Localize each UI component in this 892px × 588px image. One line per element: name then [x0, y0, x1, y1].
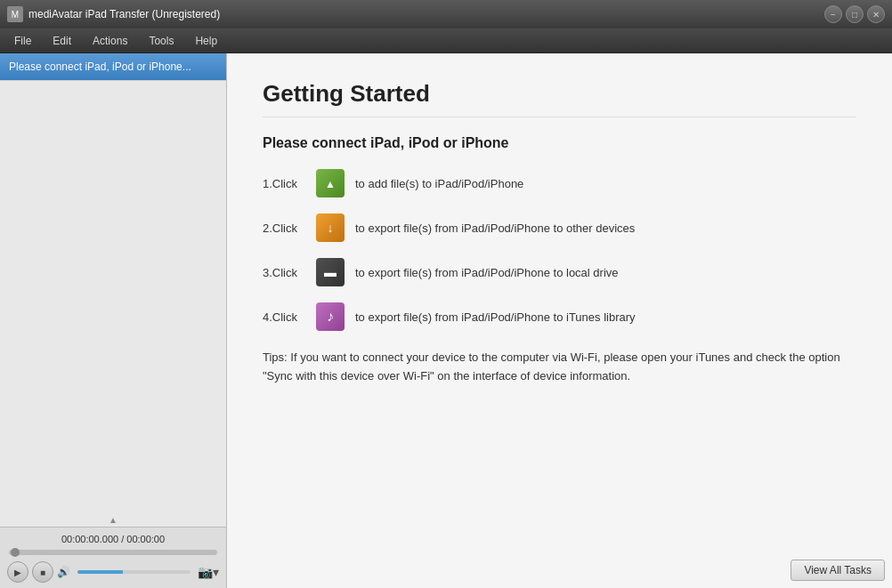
export-drive-icon — [316, 258, 345, 286]
volume-icon: 🔊 — [57, 566, 70, 578]
titlebar: M mediAvatar iPad Transfer (Unregistered… — [0, 0, 892, 28]
sidebar: Please connect iPad, iPod or iPhone... ▲… — [0, 53, 227, 588]
view-all-tasks-button[interactable]: View All Tasks — [791, 560, 885, 581]
volume-slider[interactable] — [77, 570, 191, 574]
step-2-desc: to export file(s) from iPad/iPod/iPhone … — [355, 222, 635, 235]
camera-icon[interactable]: 📷▾ — [198, 565, 219, 579]
menu-tools[interactable]: Tools — [138, 31, 184, 51]
step-4-label: 4.Click — [263, 310, 316, 324]
menu-help[interactable]: Help — [184, 31, 228, 51]
step-4-desc: to export file(s) from iPad/iPod/iPhone … — [355, 310, 636, 324]
content-subtitle: Please connect iPad, iPod or iPhone — [263, 135, 856, 151]
tips-text: Tips: If you want to connect your device… — [263, 349, 856, 386]
menu-edit[interactable]: Edit — [42, 31, 82, 51]
sidebar-toggle[interactable]: ▲ — [0, 513, 226, 527]
stop-button[interactable]: ■ — [32, 561, 53, 583]
step-3-desc: to export file(s) from iPad/iPod/iPhone … — [355, 266, 619, 279]
menu-actions[interactable]: Actions — [82, 31, 138, 51]
sidebar-player: 00:00:00.000 / 00:00:00 ▶ ■ 🔊 📷▾ — [0, 527, 226, 588]
sidebar-list: Please connect iPad, iPod or iPhone... — [0, 53, 226, 513]
step-2-label: 2.Click — [263, 222, 316, 235]
progress-bar[interactable] — [9, 550, 217, 555]
step-1-label: 1.Click — [263, 177, 316, 190]
maximize-button[interactable]: □ — [846, 5, 864, 23]
main-layout: Please connect iPad, iPod or iPhone... ▲… — [0, 53, 892, 588]
add-files-icon — [316, 169, 345, 197]
content-area: Getting Started Please connect iPad, iPo… — [227, 53, 892, 588]
close-button[interactable]: ✕ — [867, 5, 885, 23]
step-2: 2.Click to export file(s) from iPad/iPod… — [263, 213, 856, 242]
step-1: 1.Click to add file(s) to iPad/iPod/iPho… — [263, 169, 856, 197]
page-title: Getting Started — [263, 80, 856, 117]
time-display: 00:00:00.000 / 00:00:00 — [4, 531, 223, 547]
window-title: mediAvatar iPad Transfer (Unregistered) — [28, 8, 824, 20]
step-3: 3.Click to export file(s) from iPad/iPod… — [263, 258, 856, 286]
play-button[interactable]: ▶ — [7, 561, 28, 583]
step-4: 4.Click to export file(s) from iPad/iPod… — [263, 302, 856, 331]
app-icon: M — [7, 6, 23, 22]
sidebar-item-connect[interactable]: Please connect iPad, iPod or iPhone... — [0, 53, 226, 81]
step-3-label: 3.Click — [263, 266, 316, 279]
export-device-icon — [316, 213, 345, 242]
progress-thumb[interactable] — [11, 548, 20, 557]
export-itunes-icon — [316, 302, 345, 331]
step-1-desc: to add file(s) to iPad/iPod/iPhone — [355, 177, 523, 190]
menu-file[interactable]: File — [4, 31, 42, 51]
window-controls: − □ ✕ — [824, 5, 885, 23]
steps-list: 1.Click to add file(s) to iPad/iPod/iPho… — [263, 169, 856, 331]
menubar: File Edit Actions Tools Help — [0, 28, 892, 53]
minimize-button[interactable]: − — [824, 5, 842, 23]
controls-row: ▶ ■ 🔊 📷▾ — [4, 558, 223, 584]
